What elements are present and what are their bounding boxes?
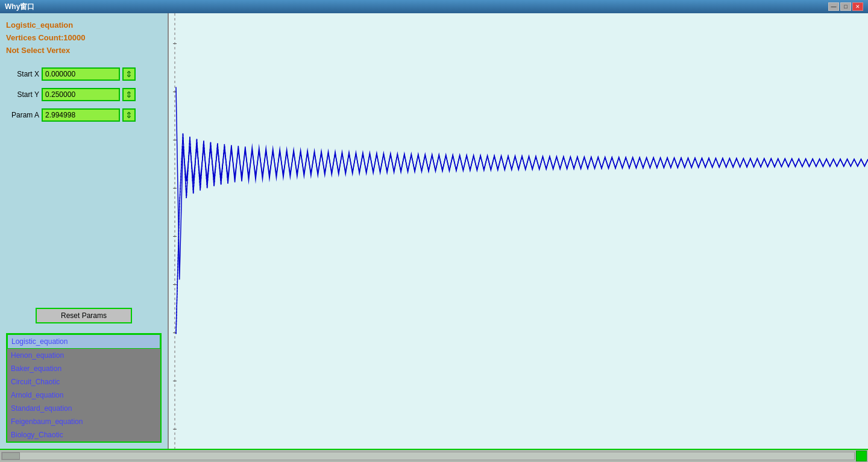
equation-list[interactable]: Logistic_equationHenon_equationBaker_equ… — [6, 333, 162, 443]
main-container: Logistic_equation Vertices Count:10000 N… — [0, 13, 868, 462]
param-a-row: Param A ⇕ — [6, 108, 162, 122]
start-y-spinner[interactable]: ⇕ — [122, 88, 136, 101]
plot-canvas — [169, 13, 868, 449]
equation-item-henon-equation[interactable]: Henon_equation — [7, 349, 160, 362]
equation-item-standard-equation[interactable]: Standard_equation — [7, 402, 160, 415]
param-a-label: Param A — [6, 111, 39, 119]
content-area: Logistic_equation Vertices Count:10000 N… — [0, 13, 868, 449]
equation-item-arnold-equation[interactable]: Arnold_equation — [7, 389, 160, 402]
start-y-input[interactable] — [42, 88, 120, 101]
start-y-label: Start Y — [6, 90, 39, 99]
start-x-row: Start X ⇕ — [6, 67, 162, 81]
vertices-count-display: Vertices Count:10000 — [6, 32, 162, 45]
param-a-input[interactable] — [42, 108, 120, 122]
info-section: Logistic_equation Vertices Count:10000 N… — [6, 19, 162, 57]
canvas-area — [169, 13, 868, 449]
equation-item-circuit-chaotic[interactable]: Circuit_Chaotic — [7, 375, 160, 389]
close-button[interactable]: ✕ — [852, 2, 863, 11]
start-y-row: Start Y ⇕ — [6, 88, 162, 101]
bottom-scrollbar[interactable] — [0, 449, 868, 462]
start-x-spinner[interactable]: ⇕ — [122, 67, 136, 81]
window-controls: — □ ✕ — [828, 2, 863, 11]
vertex-status-display: Not Select Vertex — [6, 45, 162, 57]
scrollbar-track[interactable] — [1, 452, 855, 460]
param-a-spinner[interactable]: ⇕ — [122, 108, 136, 122]
start-x-input[interactable] — [42, 67, 120, 81]
equation-item-logistic-equation[interactable]: Logistic_equation — [7, 334, 160, 349]
scrollbar-end-button[interactable] — [856, 451, 867, 461]
left-panel: Logistic_equation Vertices Count:10000 N… — [0, 13, 169, 449]
minimize-button[interactable]: — — [828, 2, 839, 11]
start-x-label: Start X — [6, 70, 39, 78]
equation-item-feigenbaum-equation[interactable]: Feigenbaum_equation — [7, 415, 160, 428]
equation-name-display: Logistic_equation — [6, 19, 162, 32]
scrollbar-thumb[interactable] — [2, 452, 20, 460]
equation-item-biology-chaotic[interactable]: Biology_Chaotic — [7, 428, 160, 442]
window-title: Why窗口 — [5, 2, 34, 12]
reset-params-button[interactable]: Reset Params — [36, 308, 132, 323]
equation-item-baker-equation[interactable]: Baker_equation — [7, 362, 160, 375]
window-titlebar: Why窗口 — □ ✕ — [0, 0, 868, 13]
maximize-button[interactable]: □ — [840, 2, 851, 11]
